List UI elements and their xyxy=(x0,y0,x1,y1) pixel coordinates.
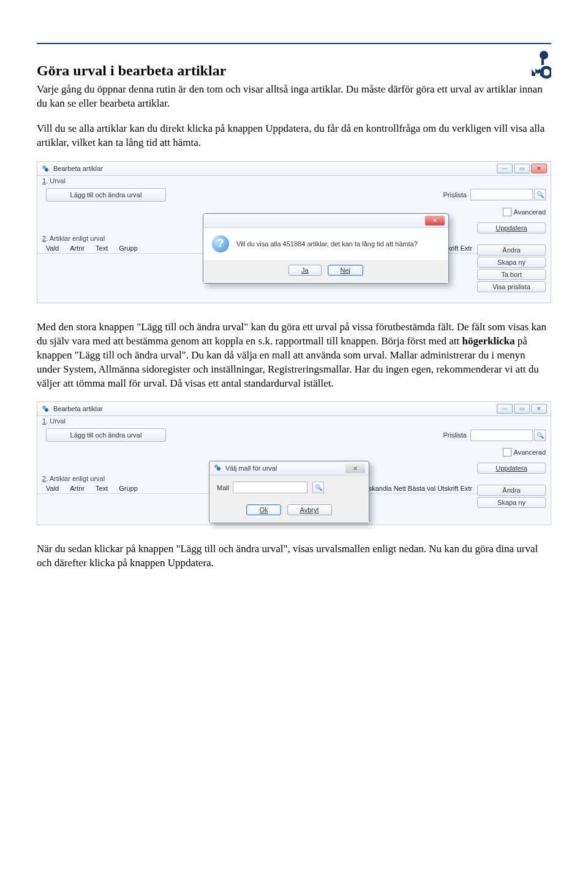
maximize-button[interactable]: ▭ xyxy=(514,164,530,173)
close-button[interactable]: ✕ xyxy=(531,164,547,173)
col-artnr: Artnr xyxy=(70,244,85,253)
page-heading: Göra urval i bearbeta artiklar xyxy=(37,63,551,79)
advanced-checkbox[interactable] xyxy=(503,208,511,216)
col-text: Text xyxy=(96,244,108,253)
mall-dialog: Välj mall för urval ✕ Mall 🔍 Ok Avbryt xyxy=(209,461,369,523)
show-pricelist-button[interactable]: Visa prislista xyxy=(477,281,546,292)
window-title: Bearbeta artiklar xyxy=(53,405,103,412)
paragraph-2: Vill du se alla artiklar kan du direkt k… xyxy=(37,122,551,150)
brand-logo xyxy=(527,49,551,82)
delete-button[interactable]: Ta bort xyxy=(477,269,546,280)
screenshot-mall-dialog: Bearbeta artiklar — ▭ ✕ 1. Urval Lägg ti… xyxy=(37,401,551,525)
confirm-text: Vill du visa alla 451884 artiklar, det k… xyxy=(236,240,418,248)
search-icon[interactable]: 🔍 xyxy=(534,430,546,441)
edit-button[interactable]: Ändra xyxy=(477,485,546,496)
svg-point-4 xyxy=(45,168,48,172)
create-new-button[interactable]: Skapa ny xyxy=(477,497,546,508)
screenshot-confirm-dialog: Bearbeta artiklar — ▭ ✕ 1. Urval Lägg ti… xyxy=(37,161,551,303)
col-vald: Vald xyxy=(46,485,59,493)
paragraph-1: Varje gång du öppnar denna rutin är den … xyxy=(37,83,551,111)
confirm-dialog: ✕ ? Vill du visa alla 451884 artiklar, d… xyxy=(203,213,449,284)
ok-button[interactable]: Ok xyxy=(246,504,281,515)
svg-point-8 xyxy=(217,467,221,471)
svg-point-2 xyxy=(541,67,551,77)
paragraph-3: Med den stora knappen "Lägg till och änd… xyxy=(37,320,551,391)
mall-label: Mall xyxy=(217,484,229,491)
add-selection-button[interactable]: Lägg till och ändra urval xyxy=(46,188,166,202)
col-grupp: Grupp xyxy=(119,244,138,253)
no-button[interactable]: Nej xyxy=(328,265,364,276)
prislista-input[interactable] xyxy=(470,189,533,200)
app-icon xyxy=(213,463,222,473)
col-grupp: Grupp xyxy=(119,485,138,493)
svg-rect-1 xyxy=(541,53,544,65)
paragraph-4: När du sedan klickar på knappen "Lägg ti… xyxy=(37,542,551,570)
dialog-close-icon[interactable]: ✕ xyxy=(345,463,365,473)
app-icon xyxy=(41,164,50,173)
edit-button[interactable]: Ändra xyxy=(477,244,546,256)
cancel-button[interactable]: Avbryt xyxy=(287,504,332,515)
minimize-button[interactable]: — xyxy=(497,164,513,173)
search-icon[interactable]: 🔍 xyxy=(312,482,324,493)
advanced-checkbox[interactable] xyxy=(503,448,511,456)
add-selection-button[interactable]: Lägg till och ändra urval xyxy=(46,428,166,442)
col-text: Text xyxy=(96,485,108,493)
prislista-label: Prislista xyxy=(443,191,467,199)
window-title: Bearbeta artiklar xyxy=(53,165,103,172)
minimize-button[interactable]: — xyxy=(497,404,513,414)
advanced-label: Avancerad xyxy=(514,208,546,216)
col-artnr: Artnr xyxy=(70,485,85,493)
section-1-label: . Urval xyxy=(46,177,66,184)
prislista-input[interactable] xyxy=(470,430,533,441)
question-icon: ? xyxy=(212,235,229,252)
svg-point-6 xyxy=(45,408,48,412)
prislista-label: Prislista xyxy=(443,431,467,439)
mall-input[interactable] xyxy=(233,482,307,493)
header-rule xyxy=(37,43,551,44)
update-button[interactable]: Uppdatera xyxy=(477,463,546,474)
section-2-label: . Artiklar enligt urval xyxy=(46,235,105,242)
yes-button[interactable]: Ja xyxy=(288,265,322,276)
update-button[interactable]: Uppdatera xyxy=(477,222,546,233)
close-button[interactable]: ✕ xyxy=(531,404,547,414)
app-icon xyxy=(41,404,50,413)
create-new-button[interactable]: Skapa ny xyxy=(477,257,546,268)
dialog-close-icon[interactable]: ✕ xyxy=(425,216,445,225)
search-icon[interactable]: 🔍 xyxy=(534,189,546,200)
maximize-button[interactable]: ▭ xyxy=(514,404,530,414)
col-vald: Vald xyxy=(46,244,59,253)
advanced-label: Avancerad xyxy=(514,449,546,456)
mall-dialog-title: Välj mall för urval xyxy=(225,464,277,472)
